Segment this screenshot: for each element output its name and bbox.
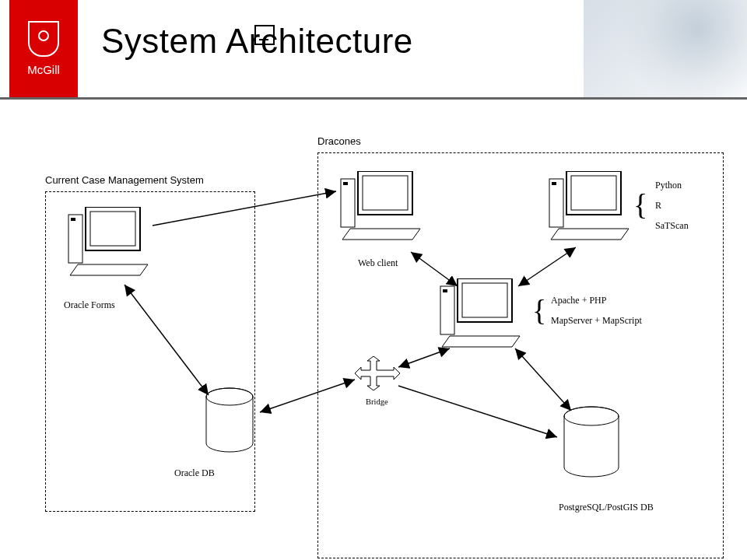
label-appserver-0: Apache + PHP: [551, 292, 606, 308]
page-title: System Architecture: [101, 22, 413, 61]
svg-marker-4: [70, 264, 148, 275]
node-oracle-forms: [64, 207, 149, 282]
svg-marker-11: [342, 229, 420, 240]
svg-rect-17: [440, 286, 454, 334]
svg-marker-16: [551, 229, 629, 240]
logo-text: McGill: [27, 63, 60, 76]
bridge-icon: [355, 356, 400, 390]
node-pg-db: [560, 406, 622, 487]
computer-icon: [336, 171, 422, 243]
svg-rect-20: [462, 283, 507, 317]
svg-marker-21: [442, 336, 520, 347]
svg-rect-15: [571, 176, 616, 210]
svg-rect-0: [68, 215, 82, 263]
svg-rect-12: [549, 179, 563, 227]
title-decor-icon: [254, 25, 275, 45]
label-oracle-forms: Oracle Forms: [64, 297, 115, 313]
svg-rect-1: [71, 218, 75, 221]
svg-marker-22: [355, 356, 400, 390]
svg-rect-18: [443, 289, 447, 292]
group-label-left: Current Case Management System: [45, 174, 204, 186]
svg-rect-13: [552, 182, 556, 185]
slide-header: McGill System Architecture: [0, 0, 747, 100]
brace-icon: {: [532, 296, 546, 325]
computer-icon: [64, 207, 149, 278]
label-analytics-1: R: [655, 198, 661, 213]
node-web-client: [336, 171, 422, 246]
label-analytics-0: Python: [655, 177, 682, 193]
shield-icon: [28, 21, 59, 57]
database-icon: [202, 387, 257, 459]
database-icon: [560, 406, 622, 484]
computer-icon: [545, 171, 630, 243]
label-pg-db: PostgreSQL/PostGIS DB: [559, 499, 654, 515]
node-app-server: [436, 278, 521, 353]
svg-rect-8: [343, 182, 348, 185]
brace-icon: {: [633, 190, 647, 219]
computer-icon: [436, 278, 521, 350]
architecture-diagram: Current Case Management System Dracones …: [0, 100, 747, 560]
node-analytics: [545, 171, 630, 246]
label-oracle-db: Oracle DB: [174, 465, 215, 481]
node-oracle-db: [202, 387, 257, 462]
svg-rect-7: [341, 179, 355, 227]
header-background-image: [584, 0, 747, 97]
label-appserver-1: MapServer + MapScript: [551, 313, 642, 328]
label-web-client: Web client: [358, 255, 398, 271]
label-analytics-2: SaTScan: [655, 218, 689, 233]
label-bridge: Bridge: [366, 395, 388, 409]
node-bridge: [355, 356, 400, 394]
mcgill-logo: McGill: [9, 0, 78, 97]
svg-rect-3: [90, 212, 135, 246]
group-label-right: Dracones: [317, 135, 361, 147]
svg-rect-10: [363, 176, 408, 210]
